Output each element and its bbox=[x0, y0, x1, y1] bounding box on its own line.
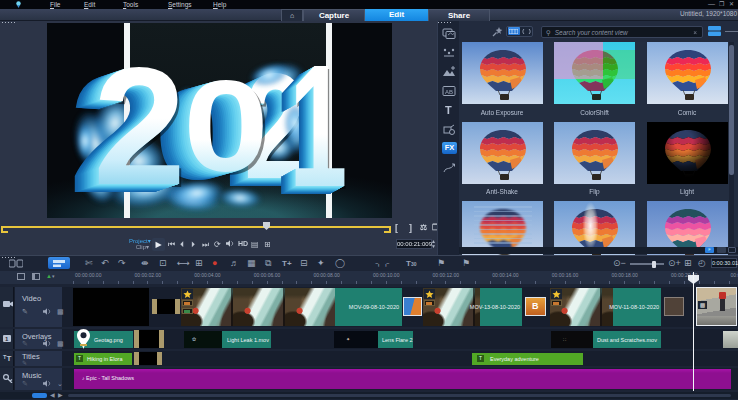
svg-text:AB: AB bbox=[445, 88, 453, 94]
svg-text:T: T bbox=[445, 104, 452, 116]
